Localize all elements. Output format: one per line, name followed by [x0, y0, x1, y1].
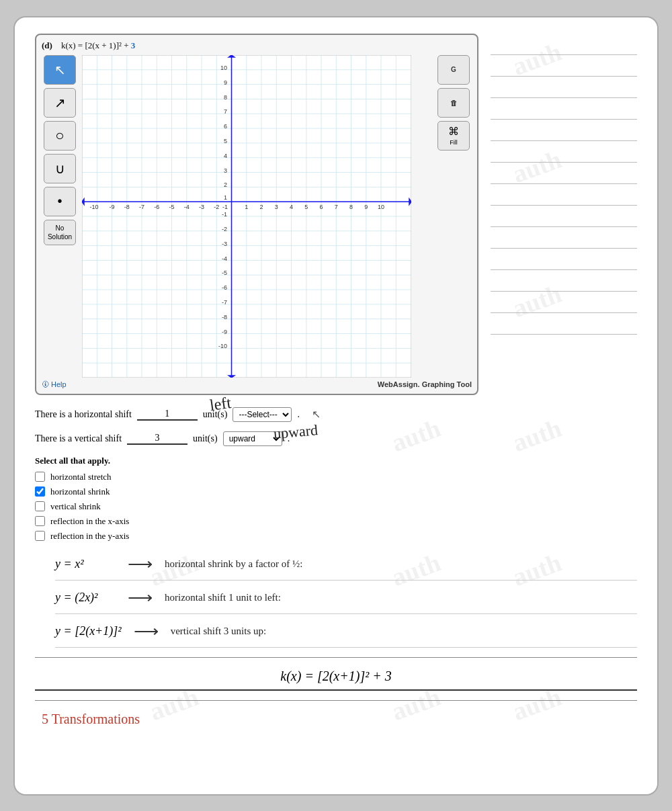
- answer-section: There is a horizontal shift left unit(s)…: [35, 407, 637, 542]
- parabola-tool-button[interactable]: ∪: [44, 154, 76, 183]
- svg-text:1: 1: [224, 194, 227, 201]
- ruled-line-9: [491, 206, 637, 227]
- horizontal-shift-row: There is a horizontal shift left unit(s)…: [35, 407, 637, 422]
- checkbox-horizontal-stretch-label: horizontal stretch: [50, 472, 112, 482]
- svg-text:-9: -9: [222, 328, 227, 335]
- svg-text:-7: -7: [139, 204, 144, 210]
- svg-text:-5: -5: [222, 269, 227, 276]
- svg-text:6: 6: [224, 123, 227, 130]
- ruled-line-14: [491, 313, 637, 335]
- gt-bottom-bar: 🛈 Help WebAssign. Graphing Tool: [42, 380, 472, 388]
- graph-area: -10 -9 -8 -7 -6 -5 -4 -3 -2 -1 1: [82, 55, 431, 378]
- checkbox-horizontal-stretch[interactable]: [35, 472, 45, 482]
- svg-text:-6: -6: [154, 204, 159, 210]
- horizontal-shift-input[interactable]: [137, 409, 198, 421]
- checkbox-item-horizontal-shrink: horizontal shrink: [35, 486, 637, 497]
- ruled-line-13: [491, 292, 637, 313]
- svg-text:-9: -9: [109, 204, 114, 210]
- hw-step-3-math: y = [2(x+1)]²: [55, 624, 122, 638]
- graph-panel-button[interactable]: G: [437, 55, 470, 85]
- svg-text:6: 6: [319, 204, 323, 210]
- checkbox-item-y-axis-reflection: reflection in the y-axis: [35, 531, 637, 542]
- gt-right-panel: G 🗑 ⌘ Fill: [435, 55, 472, 378]
- webassign-brand: WebAssign.: [378, 380, 420, 388]
- checkbox-y-axis-reflection-label: reflection in the y-axis: [50, 531, 129, 542]
- svg-text:-6: -6: [222, 284, 227, 291]
- svg-text:2: 2: [224, 181, 227, 188]
- svg-text:-2: -2: [222, 225, 227, 232]
- ruled-line-4: [491, 98, 637, 120]
- handwritten-notes: y = x² ⟶ horizontal shrink by a factor o…: [35, 554, 637, 648]
- ruled-line-11: [491, 249, 637, 270]
- vertical-shift-label: There is a vertical shift: [35, 433, 122, 444]
- ruled-line-1: [491, 34, 637, 55]
- point-tool-button[interactable]: •: [44, 187, 76, 216]
- svg-text:-8: -8: [222, 313, 227, 320]
- ruled-line-12: [491, 270, 637, 292]
- trash-button[interactable]: 🗑: [437, 88, 470, 118]
- ruled-line-5: [491, 120, 637, 141]
- checkbox-section-title: Select all that apply.: [35, 456, 637, 466]
- right-ruled-lines: [478, 34, 637, 395]
- trash-icon: 🗑: [450, 99, 458, 107]
- fill-button[interactable]: ⌘ Fill: [437, 121, 470, 151]
- line-tool-button[interactable]: ↗: [44, 88, 76, 118]
- graphing-tool-wrapper: (d) k(x) = [2(x + 1)]² + 3 ↖ ↗: [35, 34, 637, 395]
- help-icon: 🛈: [42, 380, 49, 388]
- equation-blue-part: 3: [131, 40, 136, 50]
- svg-text:8: 8: [224, 93, 227, 100]
- cursor-tool-button[interactable]: ↖: [44, 55, 76, 85]
- hw-step-1-arrow: ⟶: [128, 554, 153, 574]
- horizontal-direction-select[interactable]: ---Select--- left right: [233, 407, 292, 422]
- period-1: .: [297, 409, 300, 420]
- svg-text:3: 3: [275, 204, 278, 210]
- hw-step-1-desc: horizontal shrink by a factor of ½:: [165, 558, 302, 570]
- checkbox-y-axis-reflection[interactable]: [35, 531, 45, 541]
- svg-text:-1: -1: [222, 204, 228, 210]
- separator-line-2: [35, 700, 637, 701]
- svg-text:-10: -10: [89, 204, 98, 210]
- no-solution-label: NoSolution: [48, 224, 72, 241]
- svg-text:5: 5: [304, 204, 308, 210]
- svg-text:1: 1: [245, 204, 248, 210]
- hw-step-2: y = (2x)² ⟶ horizontal shift 1 unit to l…: [55, 587, 637, 614]
- main-content: (d) k(x) = [2(x + 1)]² + 3 ↖ ↗: [35, 34, 637, 727]
- hw-step-2-math: y = (2x)²: [55, 591, 116, 605]
- final-equation: k(x) = [2(x+1)]² + 3: [35, 669, 637, 691]
- checkbox-horizontal-shrink[interactable]: [35, 486, 45, 497]
- hw-step-3-arrow: ⟶: [134, 621, 159, 642]
- webassign-label: WebAssign. Graphing Tool: [378, 380, 472, 388]
- graphing-tool-label: Graphing Tool: [422, 380, 472, 388]
- hw-step-3: y = [2(x+1)]² ⟶ vertical shift 3 units u…: [55, 621, 637, 648]
- hw-step-1: y = x² ⟶ horizontal shrink by a factor o…: [55, 554, 637, 581]
- transformations-label: 5 Transformations: [42, 712, 637, 727]
- ruled-line-3: [491, 77, 637, 98]
- horizontal-shift-label: There is a horizontal shift: [35, 409, 132, 420]
- svg-text:7: 7: [224, 108, 227, 115]
- line-icon: ↗: [54, 95, 66, 111]
- checkbox-item-x-axis-reflection: reflection in the x-axis: [35, 516, 637, 527]
- hw-step-3-desc: vertical shift 3 units up:: [171, 626, 266, 637]
- no-solution-button[interactable]: NoSolution: [44, 220, 76, 245]
- help-label[interactable]: 🛈 Help: [42, 380, 67, 388]
- fill-label: Fill: [450, 139, 458, 146]
- checkbox-item-horizontal-stretch: horizontal stretch: [35, 472, 637, 482]
- vertical-shift-input[interactable]: [127, 433, 187, 445]
- svg-text:-8: -8: [124, 204, 130, 210]
- svg-text:5: 5: [224, 137, 227, 144]
- svg-text:4: 4: [290, 204, 293, 210]
- svg-text:8: 8: [349, 204, 353, 210]
- circle-icon: ○: [55, 127, 64, 144]
- ruled-line-8: [491, 184, 637, 206]
- problem-title: (d) k(x) = [2(x + 1)]² + 3: [42, 40, 472, 51]
- checkbox-vertical-shrink[interactable]: [35, 501, 45, 511]
- circle-tool-button[interactable]: ○: [44, 121, 76, 151]
- cursor-pointer-icon: ↖: [312, 408, 321, 421]
- part-label: (d): [42, 40, 52, 50]
- ruled-line-2: [491, 55, 637, 77]
- graphing-tool-box: (d) k(x) = [2(x + 1)]² + 3 ↖ ↗: [35, 34, 478, 395]
- coordinate-grid: -10 -9 -8 -7 -6 -5 -4 -3 -2 -1 1: [82, 55, 411, 378]
- svg-text:-4: -4: [184, 204, 190, 210]
- checkbox-x-axis-reflection[interactable]: [35, 516, 45, 526]
- point-icon: •: [57, 194, 62, 209]
